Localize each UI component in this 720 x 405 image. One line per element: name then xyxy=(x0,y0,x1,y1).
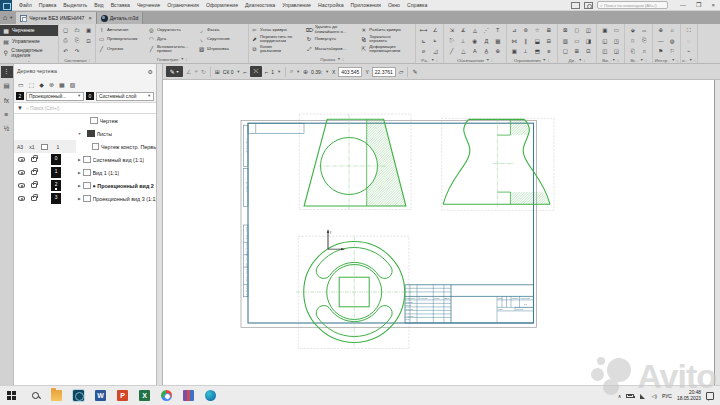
tab-close-icon[interactable]: × xyxy=(88,15,91,21)
taskbar-search-icon[interactable] xyxy=(32,392,40,400)
panel-toolbar-icon[interactable]: ▦ xyxy=(59,81,65,88)
grid-icon[interactable]: ⊞ xyxy=(215,68,220,75)
ribbon-tool-icon[interactable]: ⊾ xyxy=(418,36,430,47)
ribbon-tool-icon[interactable]: ⬙ xyxy=(627,25,639,36)
window-layout-icon[interactable] xyxy=(571,2,580,9)
detach-icon[interactable]: ⁞ xyxy=(437,58,438,63)
ribbon-tool-icon[interactable]: ⎗ xyxy=(627,46,639,57)
zoom-value[interactable]: 0.39: xyxy=(311,69,322,75)
detach-icon[interactable]: ⁞ xyxy=(694,58,695,63)
ribbon-tool-icon[interactable]: ⋈ xyxy=(509,36,521,47)
kompas-app-icon[interactable] xyxy=(73,390,84,401)
panel-strip-icon-0[interactable]: ⫶ xyxy=(1,66,13,78)
ribbon-tool-icon[interactable]: ▣ xyxy=(509,46,521,57)
screenshot-icon[interactable] xyxy=(584,2,593,9)
chevron-down-icon[interactable]: ▼ xyxy=(612,58,615,62)
command-search-input[interactable]: ⌕ Поиск по командам (Alt+/) xyxy=(597,1,668,9)
mode-button-drawing[interactable]: ▦Черчение xyxy=(0,25,58,36)
drawing-canvas[interactable]: Перв. примен. Справ. № Подп. и дата Инв.… xyxy=(163,80,720,385)
chrome-icon[interactable] xyxy=(161,390,172,401)
ribbon-tool-icon[interactable]: — xyxy=(655,36,667,47)
notification-icon[interactable] xyxy=(706,392,714,400)
ribbon-tool-icon[interactable]: ∠ xyxy=(430,25,442,36)
ribbon-tool-icon[interactable]: А xyxy=(469,46,481,57)
detach-icon[interactable]: ⁞ xyxy=(677,58,678,63)
system-tool-icon[interactable]: ⊡ xyxy=(83,36,95,47)
chevron-down-icon[interactable]: ▼ xyxy=(543,58,546,62)
tree-item-view-1[interactable]: 1▶Вид 1 (1:1) xyxy=(14,166,156,179)
tree-item-drawing[interactable]: Чертеж xyxy=(14,114,156,127)
geometry-tool-дуга[interactable]: ◠Дуга xyxy=(148,35,196,45)
chevron-down-icon[interactable]: ▼ xyxy=(672,58,675,62)
tree-item-view-3[interactable]: 3▶Проекционный вид 3 (1:1) xyxy=(14,192,156,205)
snap-angle-icon[interactable]: ∠ xyxy=(186,68,191,75)
ribbon-tool-icon[interactable]: ▦ xyxy=(492,36,504,47)
system-tool-icon[interactable]: ↶ xyxy=(60,46,72,57)
right-scroll-strip[interactable] xyxy=(714,80,720,385)
detach-icon[interactable]: ⁞ xyxy=(491,58,492,63)
tray-chevron-icon[interactable]: ∧ xyxy=(618,393,622,399)
system-tool-icon[interactable]: 🗀 xyxy=(71,25,83,36)
chevron-down-icon[interactable]: ▼ xyxy=(640,58,643,62)
ribbon-tool-icon[interactable]: ⟷ xyxy=(418,25,430,36)
winrar-icon[interactable] xyxy=(183,390,194,401)
ribbon-tool-icon[interactable]: ⊠ xyxy=(560,25,572,36)
mode-button-management[interactable]: ▤Управление xyxy=(0,36,58,47)
ribbon-tool-icon[interactable]: ⚑ xyxy=(655,46,667,57)
ortho-icon[interactable]: ⌐ xyxy=(243,69,247,75)
ribbon-tool-icon[interactable]: ⬒ xyxy=(532,46,544,57)
ribbon-tool-icon[interactable]: ∥ xyxy=(520,36,532,47)
menu-item[interactable]: Файл xyxy=(19,2,32,8)
menu-item[interactable]: Диагностика xyxy=(245,2,275,8)
edge-icon[interactable] xyxy=(205,390,216,401)
ribbon-tool-icon[interactable]: ◫ xyxy=(583,25,595,36)
view-front[interactable] xyxy=(304,115,406,210)
tree-search-input[interactable]: ▼ ⌕ Поиск (Ctrl+/) xyxy=(14,102,156,114)
ribbon-tool-icon[interactable]: ⊥ xyxy=(458,36,470,47)
tree-item-view-0[interactable]: 0▶Системный вид (1:1) xyxy=(14,153,156,166)
panel-toolbar-icon[interactable]: ▭ xyxy=(18,81,24,88)
ribbon-tool-icon[interactable]: ◲ xyxy=(611,46,623,57)
network-icon[interactable] xyxy=(639,393,646,399)
ribbon-tool-icon[interactable]: ▣ xyxy=(599,25,611,36)
ribbon-tool-icon[interactable]: ⊞ xyxy=(571,46,583,57)
panel-toolbar-icon[interactable]: ⊛ xyxy=(49,81,54,88)
snap-toggle-button[interactable]: ⤬ xyxy=(250,66,262,77)
panel-toolbar-icon[interactable]: ◆ xyxy=(39,81,44,88)
chevron-down-icon[interactable]: ▼ xyxy=(180,57,183,61)
geometry-tool-окружность[interactable]: ◎Окружность xyxy=(148,25,196,35)
ribbon-tool-icon[interactable]: ◿ xyxy=(430,46,442,57)
system-tool-icon[interactable]: ▣ xyxy=(83,25,95,36)
ribbon-tool-icon[interactable]: Д xyxy=(481,36,493,47)
edit-tool-копия[interactable]: ⧉Копия указанием xyxy=(251,44,299,54)
ribbon-tool-icon[interactable]: ◉ xyxy=(469,36,481,47)
menu-item[interactable]: Справка xyxy=(407,2,427,8)
menu-item[interactable]: Приложения xyxy=(351,2,381,8)
ribbon-tool-icon[interactable]: ▭ xyxy=(611,25,623,36)
menu-item[interactable]: Ограничения xyxy=(167,2,199,8)
ribbon-tool-icon[interactable]: ◌ xyxy=(683,36,695,47)
ribbon-tool-icon[interactable]: ⇲ xyxy=(446,25,458,36)
panel-strip-icon-3[interactable]: ≡ xyxy=(1,108,13,120)
edit-tool-зеркально[interactable]: ⧎Зеркально отразить xyxy=(360,35,408,45)
ribbon-tool-icon[interactable]: ◍ xyxy=(667,36,679,47)
collapse-icon[interactable]: ⌄ xyxy=(28,59,31,63)
ribbon-tool-icon[interactable]: ◱ xyxy=(599,36,611,47)
start-button[interactable] xyxy=(7,391,16,400)
ribbon-tool-icon[interactable]: ⌓ xyxy=(639,25,651,36)
chevron-down-icon[interactable]: ▼ xyxy=(578,58,581,62)
system-tool-icon[interactable]: ↷ xyxy=(71,46,83,57)
language-indicator[interactable]: РУС xyxy=(662,393,672,399)
y-coordinate-field[interactable]: 22.3761 xyxy=(372,67,396,77)
panel-strip-icon-1[interactable]: ▤ xyxy=(1,80,13,92)
geometry-tool-штриховка[interactable]: ▨Штриховка xyxy=(198,44,246,54)
eye-icon[interactable] xyxy=(18,196,25,201)
geometry-tool-прямоугольник[interactable]: ▭Прямоугольник xyxy=(98,35,146,45)
geometry-tool-вспомогатель...[interactable]: ╱Вспомогатель... прямая xyxy=(148,44,196,54)
snap-rotate-icon[interactable]: ↻ xyxy=(201,68,206,75)
current-layer-select[interactable]: Системный слой▼ xyxy=(96,92,154,101)
ribbon-tool-icon[interactable]: ⊕ xyxy=(492,46,504,57)
ribbon-tool-icon[interactable]: ∡ xyxy=(458,25,470,36)
tree-item-sheet[interactable]: A3 x1 1 Чертеж констр. Первый л xyxy=(14,140,156,153)
system-tool-icon[interactable]: ▢ xyxy=(60,25,72,36)
